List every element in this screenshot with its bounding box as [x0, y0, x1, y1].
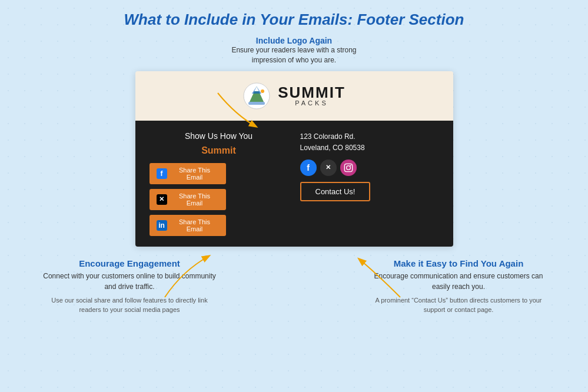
left-title: Show Us How You	[150, 131, 288, 141]
email-header: SUMMIT PACKS	[135, 71, 453, 121]
x-icon: ✕	[157, 194, 167, 205]
social-icons-row: f ✕	[300, 160, 357, 176]
email-left-section: Show Us How You Summit f Share This Emai…	[150, 131, 288, 236]
twitter-share-button[interactable]: ✕ Share This Email	[150, 189, 226, 210]
engagement-text: Connect with your customers online to bu…	[41, 271, 218, 292]
contact-us-button[interactable]: Contact Us!	[300, 182, 371, 201]
facebook-share-label: Share This Email	[171, 167, 219, 181]
engagement-sub: Use our social share and follow features…	[41, 295, 218, 315]
logo-name: SUMMIT	[278, 85, 346, 100]
top-annotation-text1: Ensure your readers leave with a strong	[231, 45, 356, 55]
svg-rect-4	[248, 102, 265, 105]
findyou-text: Encourage communication and ensure custo…	[370, 271, 547, 292]
address-line1: 123 Colorado Rd.	[300, 131, 365, 142]
top-annotation: Include Logo Again Ensure your readers l…	[231, 36, 356, 65]
bottom-annotations: Encourage Engagement Connect with your c…	[24, 258, 564, 315]
facebook-icon: f	[157, 168, 167, 179]
email-right-section: 123 Colorado Rd. Loveland, CO 80538 f ✕	[300, 131, 439, 236]
x-follow-button[interactable]: ✕	[320, 160, 337, 176]
email-mockup: SUMMIT PACKS Show Us How You Summit f Sh…	[135, 71, 453, 247]
findyou-annotation: Make it Easy to Find You Again Encourage…	[370, 258, 547, 315]
address-line2: Loveland, CO 80538	[300, 142, 365, 154]
engagement-annotation: Encourage Engagement Connect with your c…	[41, 258, 218, 315]
linkedin-share-label: Share This Email	[171, 218, 219, 232]
top-annotation-title: Include Logo Again	[231, 36, 356, 45]
logo-sub: PACKS	[278, 100, 346, 107]
facebook-share-button[interactable]: f Share This Email	[150, 163, 226, 184]
svg-point-7	[346, 166, 350, 170]
svg-rect-6	[344, 164, 352, 171]
address: 123 Colorado Rd. Loveland, CO 80538	[300, 131, 365, 154]
instagram-follow-button[interactable]	[340, 160, 357, 176]
page-title: What to Include in Your Emails: Footer S…	[24, 11, 564, 29]
engagement-title: Encourage Engagement	[41, 258, 218, 268]
logo-text: SUMMIT PACKS	[278, 85, 346, 107]
linkedin-icon: in	[157, 220, 167, 231]
facebook-follow-button[interactable]: f	[300, 160, 317, 176]
svg-point-5	[261, 89, 264, 93]
linkedin-share-button[interactable]: in Share This Email	[150, 215, 226, 236]
email-body: Show Us How You Summit f Share This Emai…	[135, 121, 453, 247]
top-annotation-text2: impression of who you are.	[231, 55, 356, 65]
svg-point-8	[350, 165, 351, 166]
left-highlight: Summit	[150, 145, 288, 156]
twitter-share-label: Share This Email	[171, 192, 219, 207]
findyou-title: Make it Easy to Find You Again	[370, 258, 547, 268]
findyou-sub: A prominent “Contact Us” button directs …	[370, 295, 547, 315]
logo-icon	[242, 82, 271, 110]
